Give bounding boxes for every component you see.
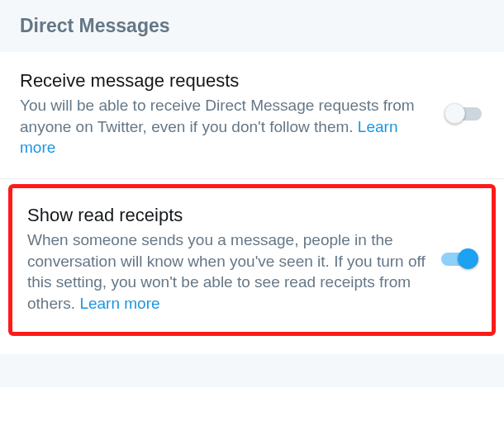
learn-more-link[interactable]: Learn more <box>79 295 159 312</box>
setting-receive-message-requests: Receive message requests You will be abl… <box>0 52 504 179</box>
toggle-show-read-receipts[interactable] <box>439 252 477 267</box>
toggle-receive-message-requests[interactable] <box>446 106 484 121</box>
setting-title: Receive message requests <box>20 70 433 92</box>
setting-description-text: You will be able to receive Direct Messa… <box>20 97 415 135</box>
toggle-thumb <box>458 248 478 269</box>
footer-gap <box>0 354 504 387</box>
setting-show-read-receipts: Show read receipts When someone sends yo… <box>8 184 496 337</box>
page-title: Direct Messages <box>20 15 484 37</box>
setting-description: When someone sends you a message, people… <box>27 229 426 314</box>
section-header: Direct Messages <box>0 0 504 52</box>
setting-title: Show read receipts <box>27 205 426 226</box>
setting-text: Show read receipts When someone sends yo… <box>27 205 439 314</box>
toggle-thumb <box>445 103 465 124</box>
setting-text: Receive message requests You will be abl… <box>20 70 446 158</box>
settings-list: Receive message requests You will be abl… <box>0 52 504 336</box>
setting-description: You will be able to receive Direct Messa… <box>20 95 433 158</box>
